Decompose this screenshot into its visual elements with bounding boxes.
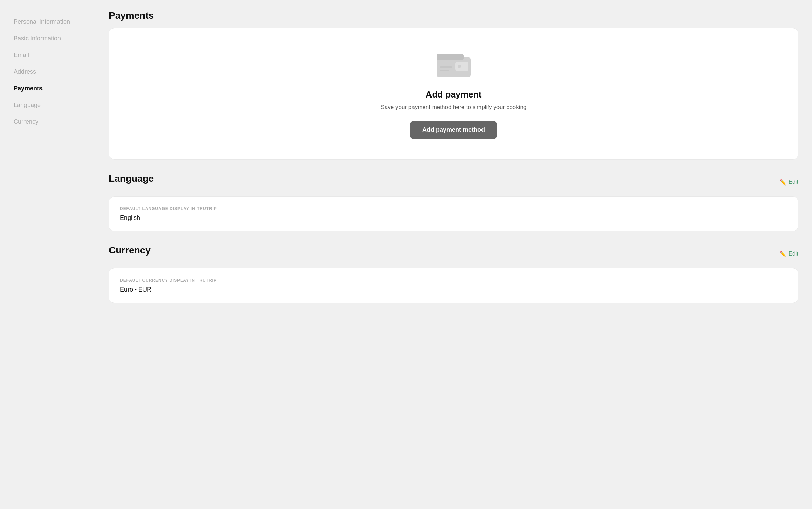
payments-empty-state: Add payment Save your payment method her…	[109, 28, 798, 159]
main-content: Payments Add payment Save your payment m…	[95, 0, 812, 509]
svg-rect-4	[440, 66, 452, 68]
svg-rect-1	[437, 54, 464, 60]
currency-info: DEFAULT CURRENCY DISPLAY IN TRUTRIP Euro…	[109, 268, 798, 303]
language-field-label: DEFAULT LANGUAGE DISPLAY IN TRUTRIP	[120, 206, 787, 211]
language-section-title: Language	[109, 173, 154, 184]
language-section-header: Language ✏️ Edit	[109, 173, 798, 191]
sidebar-item-payments[interactable]: Payments	[10, 80, 85, 97]
language-info: DEFAULT LANGUAGE DISPLAY IN TRUTRIP Engl…	[109, 197, 798, 231]
svg-rect-5	[440, 70, 449, 71]
currency-section-header: Currency ✏️ Edit	[109, 245, 798, 263]
language-field-value: English	[120, 214, 787, 222]
add-payment-description: Save your payment method here to simplif…	[380, 104, 526, 111]
currency-card: DEFAULT CURRENCY DISPLAY IN TRUTRIP Euro…	[109, 268, 798, 303]
add-payment-title: Add payment	[426, 89, 482, 100]
pencil-icon: ✏️	[780, 251, 786, 257]
add-payment-method-button[interactable]: Add payment method	[410, 121, 497, 139]
wallet-icon	[435, 49, 472, 79]
pencil-icon: ✏️	[780, 179, 786, 186]
currency-field-label: DEFAULT CURRENCY DISPLAY IN TRUTRIP	[120, 278, 787, 283]
currency-section-title: Currency	[109, 245, 151, 256]
sidebar: Personal Information Basic Information E…	[0, 0, 95, 509]
currency-field-value: Euro - EUR	[120, 286, 787, 293]
sidebar-item-language[interactable]: Language	[10, 97, 85, 113]
language-card: DEFAULT LANGUAGE DISPLAY IN TRUTRIP Engl…	[109, 196, 798, 231]
svg-rect-2	[455, 62, 468, 71]
language-edit-button[interactable]: ✏️ Edit	[780, 179, 798, 186]
sidebar-item-currency[interactable]: Currency	[10, 113, 85, 130]
sidebar-item-address[interactable]: Address	[10, 64, 85, 80]
svg-point-3	[458, 65, 461, 68]
currency-edit-button[interactable]: ✏️ Edit	[780, 250, 798, 257]
payments-card: Add payment Save your payment method her…	[109, 28, 798, 160]
sidebar-item-email[interactable]: Email	[10, 47, 85, 64]
sidebar-item-personal-information[interactable]: Personal Information	[10, 14, 85, 30]
sidebar-item-basic-information[interactable]: Basic Information	[10, 30, 85, 47]
payments-section-title: Payments	[109, 10, 798, 21]
